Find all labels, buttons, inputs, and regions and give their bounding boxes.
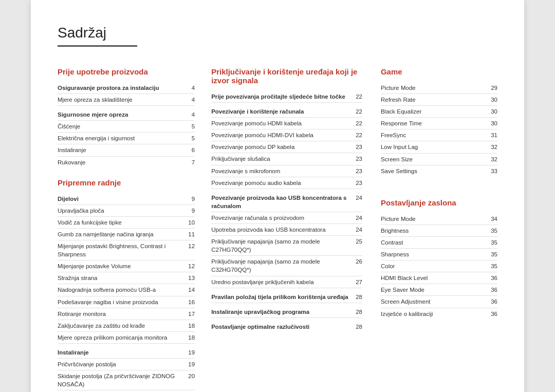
toc-item-label: Mijenjanje postavki Brightness, Contrast…: [58, 242, 187, 258]
toc-item-label: Pričvršćivanje postolja: [58, 360, 187, 368]
toc-item-page: 36: [489, 298, 497, 305]
toc-item-page: 16: [187, 299, 195, 305]
toc-item-page: 13: [187, 275, 195, 281]
toc-item: Mjere opreza za skladištenje4: [58, 94, 195, 106]
toc-item-label: Povezivanje pomoću DP kabela: [211, 143, 354, 151]
toc-item: Povezivanje pomoću HDMI kabela22: [211, 118, 362, 129]
toc-item-label: Povezivanje i korištenje računala: [211, 107, 354, 116]
toc-item: Picture Mode34: [381, 213, 497, 225]
toc-item-label: Nadogradnja softvera pomoću USB-a: [58, 286, 187, 294]
toc-item-label: Povezivanje pomoću HDMI kabela: [211, 119, 354, 127]
toc-item-label: Povezivanje s mikrofonom: [211, 167, 354, 175]
toc-section: Prije upotrebe proizvodaOsiguravanje pro…: [58, 67, 195, 168]
toc-item-label: Low Input Lag: [381, 143, 489, 151]
toc-item-page: 20: [187, 373, 195, 379]
toc-item-page: 33: [489, 168, 497, 174]
toc-item-label: Sigurnosne mjere opreza: [58, 110, 187, 119]
toc-item-page: 7: [187, 159, 195, 165]
toc-item: HDMI Black Level36: [381, 272, 497, 284]
toc-item-label: Priključivanje napajanja (samo za modele…: [211, 257, 354, 274]
toc-item-page: 36: [489, 311, 497, 317]
toc-item-page: 28: [354, 309, 362, 315]
section-title: Game: [381, 67, 497, 76]
toc-item-page: 18: [187, 323, 195, 329]
toc-item: Osiguravanje prostora za instalaciju4: [58, 82, 195, 94]
toc-section: Postavljanje zaslonaPicture Mode34Bright…: [381, 198, 497, 320]
toc-item-label: Čišćenje: [58, 122, 187, 130]
toc-item: Povezivanje računala s proizvodom24: [211, 212, 362, 224]
toc-item-label: Zaključavanje za zaštitu od krađe: [58, 322, 187, 330]
page-container: Sadržaj Prije upotrebe proizvodaOsigurav…: [31, 0, 524, 392]
toc-item: Black Equalizer30: [381, 106, 497, 118]
toc-item: Upravljačka ploča9: [58, 205, 195, 217]
toc-item: Vodič za funkcijske tipke10: [58, 217, 195, 229]
toc-item: Postavljanje optimalne razlučivosti28: [211, 321, 362, 332]
toc-item-label: Contrast: [381, 238, 489, 247]
toc-item-page: 11: [187, 231, 195, 237]
toc-item-label: Save Settings: [381, 167, 489, 175]
toc-item-label: Uredno postavljanje priključenih kabela: [211, 278, 354, 286]
toc-item: Instaliranje upravljačkog programa28: [211, 306, 362, 318]
toc-item-label: Instaliranje upravljačkog programa: [211, 308, 354, 316]
toc-item-page: 36: [489, 275, 497, 281]
toc-item: Prije povezivanja pročitajte sljedeće bi…: [211, 91, 362, 103]
toc-item: Povezivanje pomoću DP kabela23: [211, 141, 362, 153]
toc-item: Priključivanje napajanja (samo za modele…: [211, 256, 362, 276]
section-title: Priključivanje i korištenje uređaja koji…: [211, 67, 362, 85]
toc-item: Low Input Lag32: [381, 141, 497, 153]
toc-item: Priključivanje napajanja (samo za modele…: [211, 236, 362, 256]
toc-item-page: 26: [354, 258, 362, 265]
toc-item-label: Response Time: [381, 119, 489, 127]
toc-item: Dijelovi9: [58, 193, 195, 205]
toc-item-page: 35: [489, 228, 497, 234]
toc-item: Rotiranje monitora17: [58, 308, 195, 320]
toc-item: Povezivanje i korištenje računala22: [211, 106, 362, 118]
toc-item: Mijenjanje postavke Volume12: [58, 260, 195, 272]
toc-item: Izvješće o kalibraciji36: [381, 308, 497, 320]
toc-item-page: 30: [489, 97, 497, 103]
toc-item: Rukovanje7: [58, 157, 195, 168]
toc-item-label: Priključivanje napajanja (samo za modele…: [211, 237, 354, 254]
toc-item-page: 14: [187, 287, 195, 293]
toc-item-label: Povezivanje pomoću HDMI-DVI kabela: [211, 131, 354, 139]
toc-item-page: 22: [354, 94, 362, 100]
toc-item-label: Instaliranje: [58, 146, 187, 154]
toc-item-page: 23: [354, 144, 362, 150]
toc-item-page: 24: [354, 195, 362, 201]
toc-item: Response Time30: [381, 118, 497, 129]
toc-item-label: Stražnja strana: [58, 274, 187, 282]
toc-item-page: 23: [354, 156, 362, 162]
toc-item-page: 30: [489, 120, 497, 126]
toc-item-label: Izvješće o kalibraciji: [381, 310, 489, 318]
toc-item: Povezivanje pomoću HDMI-DVI kabela22: [211, 129, 362, 141]
toc-item: Instaliranje6: [58, 144, 195, 156]
toc-item-page: 27: [354, 279, 362, 285]
toc-item-label: Rotiranje monitora: [58, 310, 187, 318]
toc-item-label: Upotreba proizvoda kao USB koncentratora: [211, 226, 354, 234]
toc-item-page: 24: [354, 227, 362, 233]
toc-item: Sharpness35: [381, 249, 497, 260]
toc-item-label: Skidanje postolja (Za pričvršćivanje ZID…: [58, 372, 187, 388]
toc-item-label: Mjere opreza prilikom pomicanja monitora: [58, 333, 187, 342]
toc-item-label: Eye Saver Mode: [381, 286, 489, 294]
toc-item: Pričvršćivanje postolja19: [58, 359, 195, 370]
toc-item-label: Prije povezivanja pročitajte sljedeće bi…: [211, 92, 354, 101]
toc-item-label: Povezivanje pomoću audio kabela: [211, 179, 354, 187]
toc-item: Uredno postavljanje priključenih kabela2…: [211, 276, 362, 288]
toc-item-page: 31: [489, 132, 497, 138]
toc-item: Čišćenje5: [58, 121, 195, 133]
toc-item-label: Picture Mode: [381, 84, 489, 92]
toc-item-page: 12: [187, 263, 195, 269]
toc-item-label: Povezivanje računala s proizvodom: [211, 214, 354, 222]
toc-item: Color35: [381, 260, 497, 272]
toc-item: Eye Saver Mode36: [381, 284, 497, 296]
toc-item-page: 10: [187, 219, 195, 226]
toc-item-label: HDMI Black Level: [381, 274, 489, 282]
toc-item-label: Pravilan položaj tijela prilikom korište…: [211, 293, 354, 301]
toc-item-label: Screen Adjustment: [381, 297, 489, 306]
toc-section: GamePicture Mode29Refresh Rate30Black Eq…: [381, 67, 497, 177]
toc-item-page: 23: [354, 180, 362, 186]
toc-item-page: 19: [187, 361, 195, 367]
toc-item-page: 22: [354, 132, 362, 138]
toc-item: Zaključavanje za zaštitu od krađe18: [58, 320, 195, 332]
